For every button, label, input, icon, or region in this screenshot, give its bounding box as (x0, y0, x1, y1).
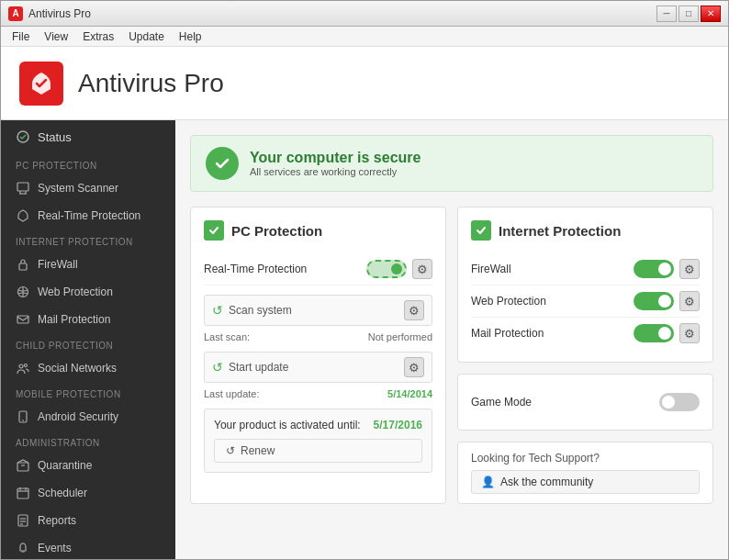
phone-icon (16, 409, 30, 424)
title-bar: A Antivirus Pro ─ □ ✕ (1, 1, 728, 27)
menu-bar: File View Extras Update Help (1, 27, 728, 47)
svg-rect-5 (19, 263, 27, 270)
content-area: Your computer is secure All services are… (175, 120, 728, 559)
web-gear-button[interactable]: ⚙ (679, 291, 700, 311)
status-banner: Your computer is secure All services are… (190, 135, 713, 192)
android-security-label: Android Security (38, 410, 118, 423)
sidebar-item-quarantine[interactable]: Quarantine (1, 452, 175, 479)
mail-gear-button[interactable]: ⚙ (679, 323, 700, 343)
app-title: Antivirus Pro (78, 69, 224, 98)
update-gear-button[interactable]: ⚙ (404, 357, 424, 377)
svg-point-10 (25, 364, 28, 367)
sidebar-item-android-security[interactable]: Android Security (1, 403, 175, 431)
last-scan-label: Last scan: (204, 331, 250, 342)
scan-label: Scan system (229, 304, 292, 317)
window-title: Antivirus Pro (28, 7, 91, 20)
sidebar-item-web-protection[interactable]: Web Protection (1, 278, 175, 306)
community-icon: 👤 (481, 476, 495, 488)
app-logo (19, 62, 63, 106)
menu-file[interactable]: File (5, 28, 37, 45)
sidebar-item-system-scanner[interactable]: System Scanner (1, 174, 175, 202)
web-toggle-row: Web Protection ⚙ (471, 286, 700, 318)
game-mode-toggle[interactable] (659, 393, 700, 411)
firewall-toggle-controls: ⚙ (634, 259, 700, 279)
calendar-icon (16, 486, 30, 500)
community-label: Ask the community (500, 476, 593, 488)
game-mode-panel: Game Mode (457, 374, 713, 431)
update-label: Start update (229, 361, 288, 374)
main-window: A Antivirus Pro ─ □ ✕ File View Extras U… (0, 0, 729, 560)
game-mode-toggle-controls (659, 393, 700, 411)
menu-help[interactable]: Help (172, 28, 209, 45)
svg-rect-15 (17, 488, 28, 498)
main-layout: Status PC PROTECTION System Scanner Real… (1, 120, 728, 559)
activation-row: Your product is activated until: 5/17/20… (214, 419, 422, 431)
mail-toggle-controls: ⚙ (634, 323, 700, 343)
app-header: Antivirus Pro (1, 47, 728, 120)
web-toggle[interactable] (634, 292, 674, 310)
tech-support-panel: Looking for Tech Support? 👤 Ask the comm… (457, 442, 713, 504)
realtime-toggle[interactable] (366, 260, 407, 278)
activation-date: 5/17/2016 (374, 419, 422, 431)
internet-panel-header: Internet Protection (471, 220, 700, 241)
web-toggle-controls: ⚙ (634, 291, 700, 311)
sidebar-item-scheduler[interactable]: Scheduler (1, 479, 175, 507)
firewall-toggle-label: FireWall (471, 263, 511, 275)
scan-info: Last scan: Not performed (204, 331, 432, 342)
firewall-toggle-row: FireWall ⚙ (471, 253, 700, 286)
firewall-gear-button[interactable]: ⚙ (679, 259, 700, 279)
update-icon: ↺ (212, 360, 223, 375)
shield-icon (16, 208, 30, 223)
maximize-button[interactable]: □ (679, 6, 699, 22)
tech-support-title: Looking for Tech Support? (471, 452, 700, 465)
realtime-toggle-row: Real-Time Protection ⚙ (204, 253, 432, 286)
section-pc-protection: PC PROTECTION (1, 153, 175, 174)
sidebar-item-realtime[interactable]: Real-Time Protection (1, 202, 175, 230)
renew-label: Renew (241, 444, 275, 457)
renew-button[interactable]: ↺ Renew (214, 439, 422, 463)
firewall-toggle[interactable] (634, 260, 674, 278)
sidebar-item-firewall[interactable]: FireWall (1, 251, 175, 278)
menu-extras[interactable]: Extras (75, 28, 121, 45)
pc-protection-panel: PC Protection Real-Time Protection ⚙ (190, 207, 446, 504)
title-bar-left: A Antivirus Pro (8, 6, 91, 21)
sidebar: Status PC PROTECTION System Scanner Real… (1, 120, 175, 559)
status-banner-text: Your computer is secure All services are… (250, 150, 421, 177)
game-mode-toggle-row: Game Mode (471, 387, 700, 417)
mail-toggle[interactable] (634, 324, 674, 342)
reports-label: Reports (38, 514, 76, 527)
update-info: Last update: 5/14/2014 (204, 388, 432, 399)
sidebar-status-label: Status (38, 130, 72, 144)
update-section: ↺ Start update ⚙ Last update: 5/14/2014 (204, 352, 432, 399)
svg-rect-1 (17, 183, 28, 191)
svg-rect-13 (17, 463, 28, 471)
svg-rect-8 (17, 316, 28, 323)
sidebar-item-mail-protection[interactable]: Mail Protection (1, 306, 175, 333)
last-update-value: 5/14/2014 (387, 388, 432, 399)
menu-update[interactable]: Update (121, 28, 172, 45)
firewall-label: FireWall (38, 258, 78, 271)
sidebar-item-events[interactable]: Events (1, 534, 175, 559)
scan-icon: ↺ (212, 303, 223, 318)
web-protection-label: Web Protection (38, 286, 113, 298)
window-controls: ─ □ ✕ (656, 6, 721, 22)
status-main-text: Your computer is secure (250, 150, 421, 166)
people-icon (16, 361, 30, 375)
minimize-button[interactable]: ─ (656, 6, 677, 22)
section-administration: ADMINISTRATION (1, 431, 175, 452)
sidebar-item-social-networks[interactable]: Social Networks (1, 354, 175, 382)
report-icon (16, 513, 30, 528)
scan-gear-button[interactable]: ⚙ (404, 300, 424, 320)
menu-view[interactable]: View (37, 28, 75, 45)
close-button[interactable]: ✕ (701, 6, 721, 22)
realtime-toggle-controls: ⚙ (366, 259, 432, 279)
panels-grid: PC Protection Real-Time Protection ⚙ (190, 207, 713, 504)
sidebar-item-reports[interactable]: Reports (1, 507, 175, 534)
realtime-gear-button[interactable]: ⚙ (412, 259, 432, 279)
box-icon (16, 458, 30, 473)
activation-section: Your product is activated until: 5/17/20… (204, 409, 432, 473)
pc-panel-title: PC Protection (231, 223, 322, 239)
svg-point-9 (19, 364, 23, 368)
community-button[interactable]: 👤 Ask the community (471, 470, 700, 494)
sidebar-item-status[interactable]: Status (1, 120, 175, 153)
